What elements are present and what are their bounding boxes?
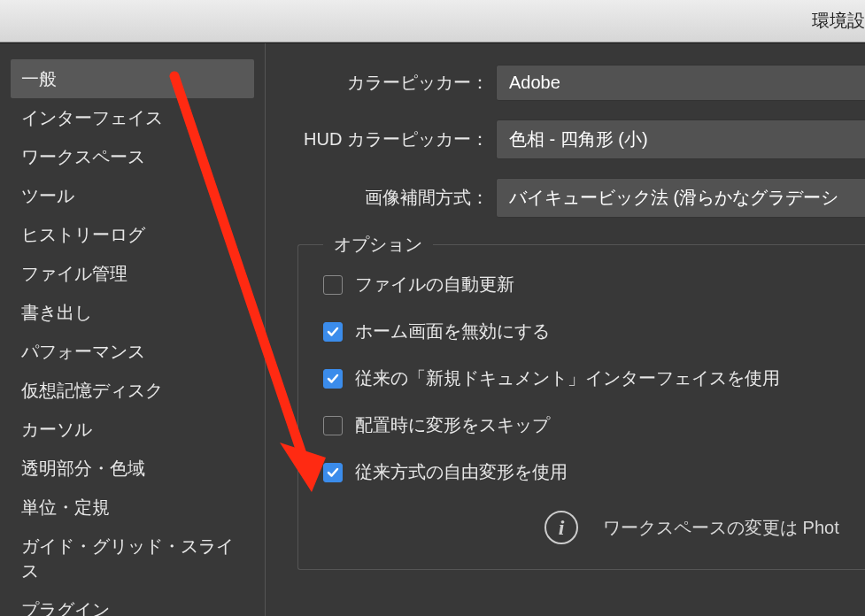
dropdown-value: バイキュービック法 (滑らかなグラデーシ [509, 188, 838, 207]
info-text: ワークスペースの変更は Phot [603, 516, 839, 540]
sidebar-item-tools[interactable]: ツール [11, 176, 254, 215]
sidebar-item-label: ガイド・グリッド・スライス [21, 536, 234, 581]
color-picker-label: カラーピッカー： [283, 71, 496, 95]
check-row-auto-update: ファイルの自動更新 [323, 273, 865, 296]
sidebar-item-general[interactable]: 一般 [11, 59, 254, 98]
legacy-new-doc-label[interactable]: 従来の「新規ドキュメント」インターフェイスを使用 [355, 366, 780, 390]
sidebar-item-file-handling[interactable]: ファイル管理 [11, 254, 254, 293]
legacy-free-transform-label[interactable]: 従来方式の自由変形を使用 [355, 460, 568, 484]
sidebar-item-scratch-disks[interactable]: 仮想記憶ディスク [11, 371, 254, 410]
skip-transform-label[interactable]: 配置時に変形をスキップ [355, 413, 550, 437]
sidebar-item-label: 仮想記憶ディスク [21, 381, 163, 400]
dropdown-value: 色相 - 四角形 (小) [509, 129, 648, 149]
sidebar: 一般 インターフェイス ワークスペース ツール ヒストリーログ ファイル管理 書… [0, 43, 266, 616]
content-area: 一般 インターフェイス ワークスペース ツール ヒストリーログ ファイル管理 書… [0, 42, 865, 616]
sidebar-item-plugins[interactable]: プラグイン [11, 590, 254, 616]
sidebar-item-label: ヒストリーログ [21, 225, 145, 244]
color-picker-dropdown[interactable]: Adobe [496, 65, 865, 101]
interpolation-dropdown[interactable]: バイキュービック法 (滑らかなグラデーシ [496, 178, 865, 218]
sidebar-item-label: カーソル [21, 420, 92, 439]
sidebar-item-units-rulers[interactable]: 単位・定規 [11, 488, 254, 527]
sidebar-item-label: 透明部分・色域 [21, 458, 145, 478]
auto-update-label[interactable]: ファイルの自動更新 [355, 273, 514, 296]
dropdown-value: Adobe [509, 73, 560, 92]
sidebar-item-label: 単位・定規 [21, 497, 110, 517]
sidebar-item-label: ツール [21, 186, 74, 205]
skip-transform-checkbox[interactable] [323, 416, 343, 435]
sidebar-item-label: ワークスペース [21, 147, 145, 166]
legacy-new-doc-checkbox[interactable] [323, 369, 343, 389]
window-title: 環境設 [812, 9, 865, 33]
sidebar-item-guides-grid-slices[interactable]: ガイド・グリッド・スライス [11, 527, 254, 590]
options-fieldset: オプション ファイルの自動更新 ホーム画面を無効にする 従来の「新規ドキュメント… [297, 244, 865, 570]
form-row-interpolation: 画像補間方式： バイキュービック法 (滑らかなグラデーシ [283, 178, 865, 218]
auto-update-checkbox[interactable] [323, 275, 343, 295]
legacy-free-transform-checkbox[interactable] [323, 463, 343, 482]
interpolation-label: 画像補間方式： [283, 186, 496, 210]
sidebar-item-label: パフォーマンス [21, 342, 145, 361]
form-row-hud-color-picker: HUD カラーピッカー： 色相 - 四角形 (小) [283, 119, 865, 159]
sidebar-item-label: 一般 [21, 69, 57, 89]
checkmark-icon [327, 466, 339, 479]
info-icon: i [544, 511, 578, 544]
sidebar-item-label: プラグイン [21, 600, 110, 616]
sidebar-item-cursors[interactable]: カーソル [11, 410, 254, 449]
checkmark-icon [327, 326, 339, 338]
checkmark-icon [327, 373, 339, 385]
sidebar-item-export[interactable]: 書き出し [11, 293, 254, 332]
info-row: i ワークスペースの変更は Phot [544, 511, 865, 544]
hud-color-picker-dropdown[interactable]: 色相 - 四角形 (小) [496, 119, 865, 159]
disable-home-checkbox[interactable] [323, 322, 343, 342]
hud-color-picker-label: HUD カラーピッカー： [283, 127, 496, 151]
check-row-skip-transform: 配置時に変形をスキップ [323, 413, 865, 437]
check-row-legacy-free-transform: 従来方式の自由変形を使用 [323, 460, 865, 484]
main-panel: カラーピッカー： Adobe HUD カラーピッカー： 色相 - 四角形 (小)… [266, 43, 865, 616]
disable-home-label[interactable]: ホーム画面を無効にする [355, 320, 550, 343]
form-row-color-picker: カラーピッカー： Adobe [283, 65, 865, 101]
sidebar-item-history-log[interactable]: ヒストリーログ [11, 215, 254, 254]
check-row-legacy-new-doc: 従来の「新規ドキュメント」インターフェイスを使用 [323, 366, 865, 390]
sidebar-item-label: インターフェイス [21, 108, 163, 127]
check-row-disable-home: ホーム画面を無効にする [323, 320, 865, 343]
sidebar-item-label: ファイル管理 [21, 264, 127, 283]
sidebar-item-performance[interactable]: パフォーマンス [11, 332, 254, 371]
sidebar-item-interface[interactable]: インターフェイス [11, 98, 254, 137]
options-legend: オプション [323, 233, 433, 257]
titlebar: 環境設 [0, 0, 865, 42]
sidebar-item-transparency-gamut[interactable]: 透明部分・色域 [11, 449, 254, 488]
sidebar-item-label: 書き出し [21, 303, 92, 322]
sidebar-item-workspace[interactable]: ワークスペース [11, 137, 254, 176]
